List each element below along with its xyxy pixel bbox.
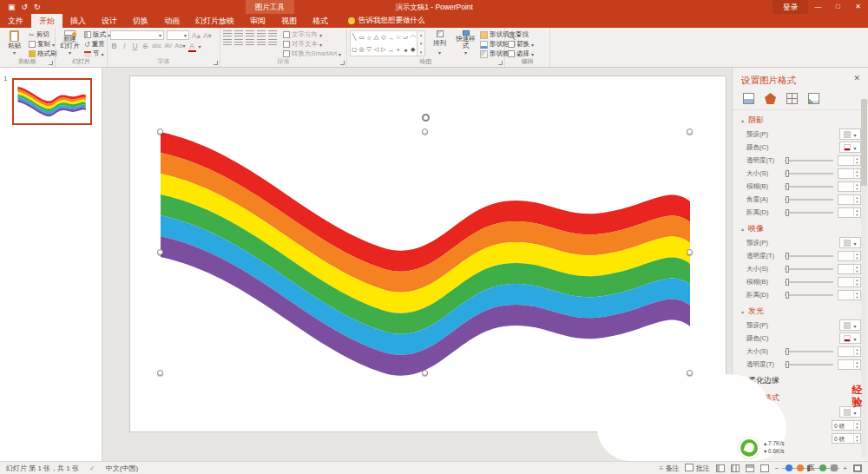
shape-diamond-icon[interactable]: ◇ <box>381 34 385 41</box>
slider-knob[interactable] <box>786 209 789 216</box>
language-indicator[interactable]: 中文(中国) <box>106 464 138 473</box>
comments-button[interactable]: 批注 <box>685 464 709 473</box>
font-color-dropdown-icon[interactable] <box>199 42 201 50</box>
paragraph-dialog-launcher-icon[interactable] <box>340 61 345 65</box>
drawing-dialog-launcher-icon[interactable] <box>498 61 503 65</box>
reflection-distance-slider[interactable] <box>785 294 833 296</box>
replace-button[interactable]: 替换 <box>508 40 534 49</box>
resize-handle-bottom-right[interactable] <box>687 370 693 376</box>
size-properties-tab-icon[interactable] <box>786 93 798 104</box>
shape-plus-icon[interactable]: + <box>397 47 400 53</box>
shape-triangle-icon[interactable]: △ <box>374 34 378 41</box>
close-button[interactable]: ✕ <box>848 0 868 14</box>
slider-knob[interactable] <box>786 266 789 273</box>
shadow-transparency-input[interactable] <box>838 155 861 166</box>
slider-knob[interactable] <box>786 253 789 260</box>
resize-handle-bottom-left[interactable] <box>157 370 163 376</box>
slide-sorter-view-icon[interactable] <box>731 464 740 472</box>
reflection-size-input[interactable] <box>838 264 861 274</box>
glow-transparency-slider[interactable] <box>785 364 833 365</box>
shape-diamond-filled-icon[interactable]: ◆ <box>411 46 415 53</box>
justify-icon[interactable] <box>257 39 266 46</box>
tab-transitions[interactable]: 切换 <box>125 14 156 28</box>
minimize-button[interactable]: — <box>808 0 828 14</box>
text-direction-button[interactable]: 文字方向 <box>283 30 341 39</box>
spinner-arrows-icon[interactable] <box>853 291 860 300</box>
shadow-distance-input[interactable] <box>838 207 861 218</box>
columns-icon[interactable] <box>268 39 277 46</box>
pane-close-icon[interactable]: ✕ <box>853 74 860 82</box>
redo-icon[interactable]: ↻ <box>34 0 41 14</box>
decrease-indent-icon[interactable] <box>246 30 254 37</box>
find-button[interactable]: 查找 <box>508 30 534 39</box>
slider-knob[interactable] <box>786 196 789 203</box>
glow-size-input[interactable] <box>838 346 861 357</box>
slide-thumbnail[interactable] <box>12 78 92 125</box>
line-spacing-icon[interactable] <box>268 30 277 37</box>
slider-knob[interactable] <box>786 348 789 355</box>
spinner-arrows-icon[interactable] <box>853 208 860 217</box>
fill-line-tab-icon[interactable] <box>743 93 754 104</box>
save-icon[interactable]: ▣ <box>8 0 16 14</box>
shape-arrow-icon[interactable]: → <box>388 35 394 41</box>
tray-app-icon[interactable] <box>786 464 792 471</box>
layout-button[interactable]: 版式 <box>84 30 110 39</box>
tab-home[interactable]: 开始 <box>31 14 62 28</box>
zoom-out-icon[interactable]: − <box>775 464 779 472</box>
resize-handle-middle-right[interactable] <box>687 249 693 255</box>
font-size-combo[interactable] <box>167 30 189 40</box>
align-center-icon[interactable] <box>234 39 243 46</box>
glow-size-slider[interactable] <box>785 351 833 352</box>
paste-button[interactable]: 粘贴 <box>3 30 26 57</box>
shape-line-icon[interactable]: ╲ <box>352 34 356 41</box>
shape-triangle-right-icon[interactable]: ▷ <box>381 46 385 53</box>
section-reflection[interactable]: 映像 <box>733 219 868 236</box>
section-shadow[interactable]: 阴影 <box>733 110 868 128</box>
tray-app-icon[interactable] <box>819 464 826 471</box>
text-shadow-button[interactable]: abc <box>152 42 161 50</box>
tab-review[interactable]: 审阅 <box>242 14 273 28</box>
slider-knob[interactable] <box>786 292 789 299</box>
undo-icon[interactable]: ↺ <box>22 0 29 14</box>
align-left-icon[interactable] <box>223 39 232 46</box>
spinner-arrows-icon[interactable] <box>853 169 860 178</box>
shadow-angle-slider[interactable] <box>785 199 833 201</box>
resize-handle-top-left[interactable] <box>157 128 163 135</box>
scroll-down-icon[interactable]: ▾ <box>420 41 423 46</box>
tray-app-icon[interactable] <box>831 464 838 471</box>
scrollbar-thumb[interactable] <box>861 99 867 186</box>
shadow-preset-button[interactable] <box>839 128 861 140</box>
tab-file[interactable]: 文件 <box>0 14 31 28</box>
reflection-preset-button[interactable] <box>839 237 861 248</box>
italic-button[interactable]: I <box>121 42 128 50</box>
align-right-icon[interactable] <box>246 39 254 46</box>
slideshow-view-icon[interactable] <box>760 464 769 472</box>
tab-design[interactable]: 设计 <box>94 14 125 28</box>
numbering-icon[interactable] <box>234 30 243 37</box>
arrange-button[interactable]: 排列 <box>428 30 451 57</box>
reading-view-icon[interactable] <box>746 464 754 472</box>
shadow-distance-slider[interactable] <box>785 212 833 214</box>
shadow-angle-input[interactable] <box>838 194 861 205</box>
spinner-arrows-icon[interactable] <box>853 252 860 260</box>
shape-parallelogram-icon[interactable]: ▱ <box>404 34 408 41</box>
shadow-blur-input[interactable] <box>838 181 861 192</box>
glow-transparency-input[interactable] <box>838 359 861 370</box>
reflection-transparency-input[interactable] <box>838 251 861 261</box>
shape-circle-icon[interactable]: ◎ <box>359 46 365 53</box>
font-family-combo[interactable] <box>110 30 164 40</box>
shape-ellipse-icon[interactable]: ○ <box>367 35 371 41</box>
grow-font-button[interactable]: A▴ <box>192 31 201 40</box>
clipboard-dialog-launcher-icon[interactable] <box>49 61 53 65</box>
reflection-blur-input[interactable] <box>838 277 861 287</box>
sign-in-button[interactable]: 登录 <box>773 0 808 14</box>
spinner-arrows-icon[interactable] <box>853 421 860 430</box>
zoom-in-icon[interactable]: + <box>843 464 847 472</box>
reset-button[interactable]: ↺重置 <box>84 40 110 49</box>
slider-knob[interactable] <box>786 279 789 286</box>
rotate-handle[interactable] <box>422 114 430 122</box>
spinner-arrows-icon[interactable] <box>853 182 860 191</box>
slide[interactable] <box>130 76 726 431</box>
tab-format[interactable]: 格式 <box>305 14 336 28</box>
bullets-icon[interactable] <box>223 30 232 37</box>
